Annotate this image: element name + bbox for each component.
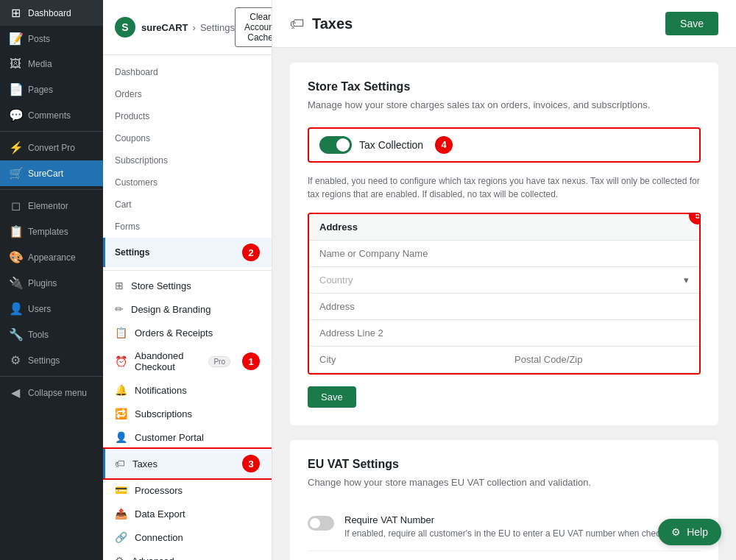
wp-sidebar-item-surecart[interactable]: 🛒 SureCart: [0, 160, 103, 186]
elementor-label: Elementor: [28, 201, 68, 211]
main-content: 🏷 Taxes Save Store Tax Settings Manage h…: [272, 0, 736, 560]
settings-submenu: ⊞ Store Settings ✏ Design & Branding 📋 O…: [103, 270, 272, 560]
plugins-label: Plugins: [28, 278, 57, 288]
notifications-icon: 🔔: [115, 384, 127, 396]
country-select[interactable]: Country ▾: [309, 267, 699, 294]
convert-pro-icon: ⚡: [9, 141, 22, 155]
sc-nav-orders[interactable]: Orders: [103, 83, 272, 105]
address-header: Address: [309, 214, 699, 241]
wp-sidebar-item-elementor[interactable]: ◻ Elementor: [0, 193, 103, 219]
sc-nav-subscriptions-settings[interactable]: 🔁 Subscriptions: [103, 402, 272, 425]
breadcrumb-sep: ›: [193, 22, 196, 33]
city-field[interactable]: [309, 347, 504, 373]
address-fields: Country ▾: [309, 241, 699, 373]
subscriptions-settings-label: Subscriptions: [135, 408, 192, 419]
taxes-icon: 🏷: [115, 458, 125, 469]
sc-nav-dashboard[interactable]: Dashboard: [103, 61, 272, 83]
wp-sidebar-item-plugins[interactable]: 🔌 Plugins: [0, 270, 103, 296]
address-box: Address Country ▾ 5: [308, 213, 701, 375]
store-tax-title: Store Tax Settings: [308, 80, 701, 93]
zip-field[interactable]: [504, 347, 699, 373]
sc-nav-notifications[interactable]: 🔔 Notifications: [103, 378, 272, 402]
eu-vat-title: EU VAT Settings: [308, 458, 701, 471]
badge-4: 4: [435, 136, 453, 154]
collapse-icon: ◀: [9, 386, 22, 400]
page-header: 🏷 Taxes Save: [272, 0, 736, 48]
wp-sidebar-item-posts[interactable]: 📝 Posts: [0, 26, 103, 52]
wp-sidebar-item-convert-pro[interactable]: ⚡ Convert Pro: [0, 135, 103, 160]
sc-nav-store-settings[interactable]: ⊞ Store Settings: [103, 274, 272, 297]
save-button-store-tax[interactable]: Save: [308, 386, 356, 408]
sc-nav-customer-portal[interactable]: 👤 Customer Portal: [103, 425, 272, 449]
wp-sidebar-item-settings[interactable]: ⚙ Settings: [0, 347, 103, 373]
data-export-label: Data Export: [135, 508, 185, 520]
data-export-icon: 📤: [115, 508, 127, 520]
logo-s: S: [121, 21, 128, 33]
clear-cache-button[interactable]: Clear Account Cache: [235, 7, 272, 47]
comments-label: Comments: [28, 110, 71, 121]
subscriptions-sub-label: Subscriptions: [115, 155, 168, 166]
country-chevron-icon: ▾: [684, 274, 689, 286]
settings-sub-label: Settings: [115, 247, 149, 258]
templates-label: Templates: [28, 227, 68, 237]
sc-nav-products[interactable]: Products: [103, 105, 272, 127]
media-icon: 🖼: [9, 57, 22, 71]
coupons-sub-label: Coupons: [115, 133, 150, 143]
header-actions: Clear Account Cache SureCart Status ↗ Ve…: [235, 7, 272, 47]
badge-1: 1: [242, 352, 260, 370]
page-title-icon: 🏷: [290, 15, 305, 32]
sc-nav-taxes[interactable]: 🏷 Taxes 3: [103, 449, 272, 478]
tax-collection-toggle[interactable]: [319, 136, 352, 154]
dashboard-label: Dashboard: [28, 8, 71, 18]
plugins-icon: 🔌: [9, 276, 22, 290]
address-field[interactable]: [309, 294, 699, 320]
abandoned-checkout-icon: ⏰: [115, 355, 127, 367]
surecart-logo: S: [115, 17, 135, 38]
wp-sidebar-item-media[interactable]: 🖼 Media: [0, 52, 103, 77]
badge-3: 3: [242, 455, 260, 472]
wp-sidebar-item-templates[interactable]: 📋 Templates: [0, 219, 103, 244]
wp-sidebar-item-appearance[interactable]: 🎨 Appearance: [0, 244, 103, 270]
help-icon: ⚙: [671, 526, 681, 538]
main-layout: S sureCART › Settings Clear Account Cach…: [103, 0, 736, 560]
wp-sidebar-item-tools[interactable]: 🔧 Tools: [0, 322, 103, 347]
posts-icon: 📝: [9, 32, 22, 46]
sc-top-bar: S sureCART › Settings Clear Account Cach…: [103, 0, 272, 55]
sc-nav-settings-active[interactable]: Settings 2: [103, 238, 272, 267]
name-company-field[interactable]: [309, 241, 699, 267]
wp-sidebar-item-users[interactable]: 👤 Users: [0, 296, 103, 322]
sc-nav-orders-receipts[interactable]: 📋 Orders & Receipts: [103, 321, 272, 344]
sc-nav-design-branding[interactable]: ✏ Design & Branding: [103, 297, 272, 321]
sc-nav-data-export[interactable]: 📤 Data Export: [103, 502, 272, 525]
elementor-icon: ◻: [9, 199, 22, 213]
dashboard-sub-label: Dashboard: [115, 67, 158, 77]
customer-portal-icon: 👤: [115, 431, 127, 443]
sc-nav-subscriptions[interactable]: Subscriptions: [103, 149, 272, 171]
sc-nav-coupons[interactable]: Coupons: [103, 127, 272, 149]
cart-sub-label: Cart: [115, 199, 132, 210]
sc-nav-forms[interactable]: Forms: [103, 216, 272, 238]
sc-nav-connection[interactable]: 🔗 Connection: [103, 525, 272, 549]
sc-nav-processors[interactable]: 💳 Processors: [103, 478, 272, 502]
collapse-label: Collapse menu: [28, 388, 87, 398]
sc-nav-customers[interactable]: Customers: [103, 171, 272, 194]
tax-collection-row: Tax Collection 4: [308, 127, 701, 163]
tools-icon: 🔧: [9, 327, 22, 341]
wp-sidebar-item-pages[interactable]: 📄 Pages: [0, 77, 103, 102]
sc-nav-cart[interactable]: Cart: [103, 194, 272, 216]
require-vat-toggle[interactable]: [308, 516, 334, 531]
require-vat-label: Require VAT Number: [344, 514, 694, 525]
sc-nav-advanced[interactable]: ⚙ Advanced: [103, 549, 272, 560]
advanced-label: Advanced: [132, 556, 174, 561]
subscriptions-settings-icon: 🔁: [115, 408, 127, 419]
advanced-icon: ⚙: [115, 555, 124, 560]
address-line2-field[interactable]: [309, 320, 699, 347]
wp-sidebar-item-collapse[interactable]: ◀ Collapse menu: [0, 380, 103, 405]
wp-sidebar-item-dashboard[interactable]: ⊞ Dashboard: [0, 0, 103, 26]
sc-nav-abandoned-checkout[interactable]: ⏰ Abandoned Checkout Pro 1: [103, 344, 272, 378]
posts-label: Posts: [28, 34, 50, 44]
help-button[interactable]: ⚙ Help: [658, 519, 721, 545]
save-button-top[interactable]: Save: [665, 12, 718, 35]
wp-sidebar-item-comments[interactable]: 💬 Comments: [0, 102, 103, 128]
convert-pro-label: Convert Pro: [28, 143, 75, 153]
